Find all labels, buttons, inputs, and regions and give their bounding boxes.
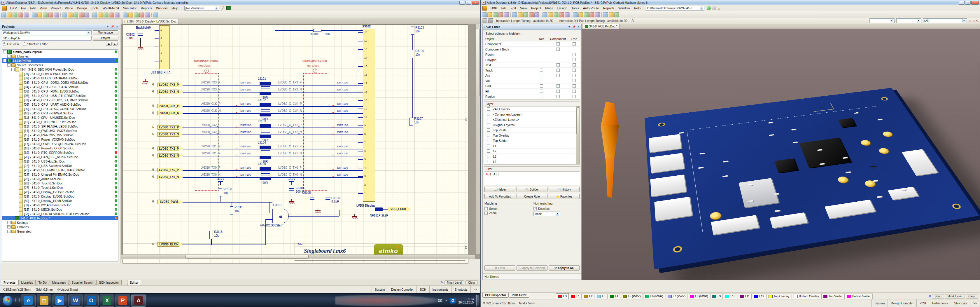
net-checkbox[interactable] [540, 90, 543, 93]
filter-expression[interactable]: Not All [484, 172, 580, 185]
tree-item[interactable]: [14] - 341-0_PWR 3V3, 1V375.SchDoc✓ [2, 129, 118, 133]
workspace-button[interactable]: Workspace [93, 30, 118, 35]
save-icon[interactable] [13, 13, 18, 17]
cross-probe-icon[interactable] [589, 12, 594, 17]
clear-filter-icon[interactable]: ▽✕ [973, 19, 978, 23]
menu-pcb-window[interactable]: Window [616, 6, 632, 11]
taskbar-powerpoint[interactable]: P [116, 294, 130, 307]
directive-icon[interactable]: i [204, 68, 209, 73]
layer-tab-l12[interactable]: L12 [752, 294, 766, 299]
common-mode-choke[interactable] [259, 82, 271, 95]
snap-icon[interactable]: ⚲ [929, 294, 931, 298]
zoom-all-icon[interactable] [529, 12, 534, 17]
sheet-port[interactable]: LVDS0_TX3_P [158, 83, 183, 87]
redo-icon[interactable] [603, 12, 608, 17]
net-checkbox[interactable] [540, 68, 543, 72]
menu-pcb-tools[interactable]: Tools [570, 6, 581, 11]
minimize-button[interactable]: — [460, 1, 465, 5]
tree-item[interactable]: [19] - 341-0_RTC_EEPROM.SchDoc! [2, 150, 118, 155]
sheet-port[interactable]: LVDS0_TX1_P [158, 146, 183, 151]
editor-tab[interactable]: Editor [127, 280, 141, 285]
taskbar-internet-explorer[interactable]: e [21, 294, 36, 307]
tree-item[interactable]: [32] - 341-0_MECH.SchDoc✓ [2, 207, 118, 212]
tree-item[interactable]: [30] - 341-0_Display_HDMI.SchDoc✓ [2, 199, 118, 203]
expand-toggle-icon[interactable]: - [7, 63, 11, 67]
tree-item[interactable]: [26] - 341-0_Touch0.SchDoc✓ [2, 181, 118, 185]
start-button[interactable] [1, 295, 14, 306]
common-mode-choke[interactable] [259, 124, 271, 138]
zoom-selected-icon[interactable] [548, 12, 553, 17]
new-doc-icon[interactable] [2, 13, 6, 17]
select-checkbox[interactable]: Select [484, 207, 531, 210]
tree-item[interactable]: [24] - 341-0_Unused Pin EMMC.SchDoc✓ [2, 172, 118, 177]
sheet-port[interactable]: LVDS0_TX2_N [158, 132, 183, 137]
menu-webench[interactable]: WEBENCH [100, 6, 121, 11]
component-checkbox[interactable] [557, 84, 560, 87]
tree-item[interactable]: [20] - 341-0_CAN_BSL_RS232.SchDoc✓ [2, 155, 118, 159]
zoom-selected-icon[interactable] [68, 13, 73, 17]
layer-tab-l10[interactable]: L10 [723, 294, 737, 299]
close-button-2[interactable]: ✕ [971, 1, 979, 5]
tree-item[interactable]: +Settings [2, 220, 118, 225]
undo-icon[interactable] [109, 13, 114, 17]
layer-row[interactable]: Top Paste [484, 127, 580, 133]
port-tool-icon[interactable] [145, 13, 150, 17]
print-preview-icon[interactable] [504, 12, 509, 17]
tree-item[interactable]: [01] - 341-0_COVER PAGE.SchDoc✓ [2, 72, 118, 76]
storage-icon[interactable] [523, 12, 528, 17]
taskbar-windows-explorer[interactable]: 🗀 [37, 294, 51, 307]
tree-item[interactable]: +Libraries [2, 54, 118, 58]
menu-tools[interactable]: Tools [89, 6, 100, 11]
menu-pcb-file[interactable]: File [500, 6, 509, 11]
free-checkbox[interactable] [573, 53, 576, 56]
panel-menu-icon[interactable]: ▼ [107, 25, 109, 28]
snap-button[interactable]: Snap [932, 294, 944, 299]
pcb-icon[interactable] [226, 6, 231, 10]
menu-help[interactable]: Help [169, 6, 180, 11]
maximize-button[interactable]: ▢ [466, 1, 471, 5]
copy-icon[interactable] [79, 13, 84, 17]
pcb-combo-1[interactable]: ▼ [869, 18, 894, 23]
schematic-sheet[interactable]: CDBacklight012345JST B6B-XH-AC3102100nFG… [123, 24, 468, 264]
expand-toggle-icon[interactable]: + [7, 221, 11, 224]
pcb-panelbtn-design-compiler[interactable]: Design Compiler [888, 299, 916, 307]
tree-item[interactable]: [28] - 341-0_Display_LVDS0.SchDoc✓ [2, 190, 118, 194]
tree-item[interactable]: [04] - 341-0_CPU - PCIE, SATA.SchDoc✓ [2, 84, 118, 89]
new-doc-icon[interactable] [482, 12, 487, 17]
forward-icon[interactable] [712, 6, 716, 10]
mask-pencil-icon[interactable]: ✎ [441, 280, 443, 285]
resistor[interactable] [410, 50, 414, 58]
print-icon[interactable] [18, 13, 23, 17]
redo-icon[interactable] [115, 13, 119, 17]
free-checkbox[interactable] [573, 58, 576, 61]
resistor[interactable] [409, 118, 413, 126]
menu-window[interactable]: Window [154, 6, 169, 11]
horizontal-scrollbar[interactable] [121, 255, 476, 259]
menu-pcb-design[interactable]: Design [555, 6, 570, 11]
projects-panel-header[interactable]: Projects ▼ 📌 ✕ [0, 24, 120, 29]
helper-button[interactable]: … Helper [484, 187, 515, 192]
layer-tab-l3[interactable]: L3 [595, 294, 607, 299]
tree-item[interactable]: [10] - 341-0_CPU - POWER.SchDoc✓ [2, 111, 118, 115]
tree-item[interactable]: [05] - 341-0_CPU - HDMI, LVDS.SchDoc✓ [2, 89, 118, 93]
tree-item[interactable]: [11] - 341-0_CPU - UNUSED.SchDoc✓ [2, 115, 118, 120]
menu-design[interactable]: Design [75, 6, 89, 11]
panel-tab-libraries[interactable]: Libraries [18, 280, 35, 285]
expand-toggle-icon[interactable]: - [3, 59, 6, 62]
menu-dxp[interactable]: DXP [8, 6, 19, 11]
component-checkbox[interactable] [557, 95, 560, 98]
common-mode-choke[interactable] [259, 103, 271, 116]
pcb-panelbtn-pcb[interactable]: PCB [916, 299, 929, 307]
layer-row[interactable]: Top Solder [484, 138, 580, 143]
move-icon[interactable] [584, 12, 589, 17]
layer-row[interactable]: <Electrical Layers> [484, 117, 580, 122]
tree-item[interactable]: -Source Documents [2, 63, 118, 67]
free-checkbox[interactable] [573, 74, 576, 77]
menu-pcb-view[interactable]: View [518, 6, 529, 11]
component-checkbox[interactable] [557, 42, 560, 46]
resistor[interactable] [230, 206, 233, 215]
layer-tab-bottom-solder[interactable]: Bottom Solder [845, 294, 873, 299]
pcb-3d-viewport[interactable] [582, 29, 980, 280]
sch-panelbtn-design-compiler[interactable]: Design Compiler [388, 286, 417, 293]
storage-icon[interactable] [43, 13, 48, 17]
